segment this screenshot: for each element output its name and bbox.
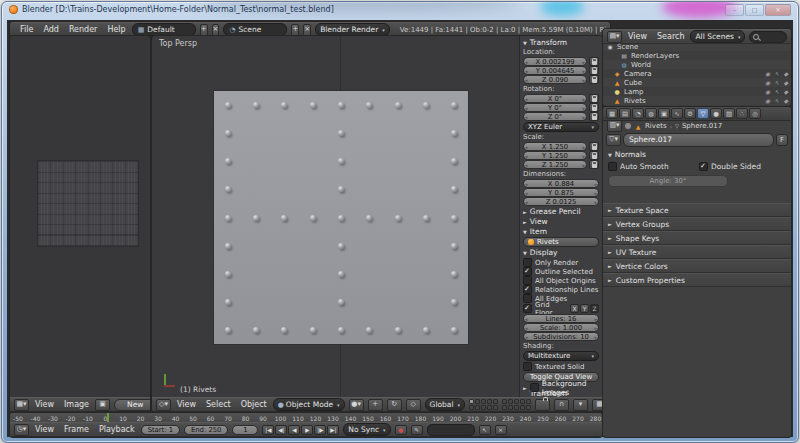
selectable-icon[interactable] [774,70,779,77]
rivet-sphere[interactable] [366,215,372,221]
axis-toggle-button[interactable]: X [570,304,579,313]
menu-item[interactable]: Frame [62,425,91,434]
scene-selector[interactable]: ◔ Scene [223,23,287,36]
normals-panel-header[interactable]: ▼Normals [608,150,786,159]
rivet-sphere[interactable] [451,130,457,136]
editor-type-icon[interactable]: ▤▾ [607,31,622,43]
outliner-row[interactable]: Camera [603,69,791,78]
playback-button[interactable]: ▶| [327,425,339,435]
screen-layout-selector[interactable]: ▦ Default [132,23,196,36]
rotation-mode-dropdown[interactable]: XYZ Euler▾ [523,122,599,132]
properties-tab[interactable]: ▣ [658,108,670,119]
layer-toggle[interactable] [520,405,525,410]
lock-button[interactable] [589,151,599,160]
search-input[interactable] [749,31,787,43]
transform-panel-header[interactable]: ▼Transform [523,38,599,47]
snap-magnet-icon[interactable]: ∩ [554,399,569,411]
playback-button[interactable]: ▶ [301,425,313,435]
maximize-button[interactable]: □ [745,4,764,16]
image-editor[interactable]: ▦▾ ViewImage ▣ New ✎ [10,36,150,412]
playback-button[interactable]: |◀ [262,425,274,435]
outliner-row[interactable]: World [603,60,791,69]
breadcrumb-object[interactable]: Rivets [645,122,667,130]
editor-type-icon[interactable]: ◇▾ [156,399,171,411]
rotate-manipulator-icon[interactable]: ↻ [387,399,402,411]
axis-toggle-button[interactable]: Z [590,304,599,313]
lock-to-scene-icon[interactable] [535,399,550,411]
outliner-row[interactable]: Rivets [603,96,791,105]
rivet-sphere[interactable] [451,271,457,277]
lock-button[interactable] [589,142,599,151]
menu-item[interactable]: Help [105,25,127,34]
render-restrict-icon[interactable] [783,70,788,77]
item-panel-header[interactable]: ▼Item [523,227,599,236]
scale-field[interactable]: Z 1.250 [523,160,587,169]
outliner-row[interactable]: RenderLayers [603,51,791,60]
shading-mode-dropdown[interactable]: Multitexture▾ [523,351,599,361]
rivet-sphere[interactable] [253,215,259,221]
record-button[interactable]: ● [395,425,407,435]
playback-button[interactable]: |▶ [314,425,326,435]
properties-tab[interactable]: ⚙ [684,108,696,119]
rivet-sphere[interactable] [451,158,457,164]
layer-toggle[interactable] [502,405,507,410]
selectable-icon[interactable] [774,97,779,104]
layer-toggle[interactable] [469,405,474,410]
restriction-toggles[interactable] [765,88,788,95]
location-field[interactable]: X 0.002199 [523,57,587,66]
visibility-icon[interactable] [765,97,770,104]
properties-tab[interactable]: ∴ [736,108,748,119]
menu-item[interactable]: Add [41,25,61,34]
viewport-3d[interactable]: Top Persp (1) Rivets ▼Transform Location… [152,36,602,412]
restriction-toggles[interactable] [765,79,788,86]
rivet-sphere[interactable] [338,158,344,164]
display-panel-header[interactable]: ▼Display [523,248,599,257]
editor-type-icon[interactable]: ▦▾ [14,399,29,411]
rotation-field[interactable]: Z 0° [523,112,587,121]
current-frame-field[interactable]: 1 [232,425,258,435]
rivet-sphere[interactable] [338,186,344,192]
rivet-sphere[interactable] [338,102,344,108]
properties-tab[interactable]: ● [710,108,722,119]
lock-button[interactable] [589,94,599,103]
delete-scene-button[interactable]: × [303,24,311,36]
lock-button[interactable] [589,66,599,75]
rivet-sphere[interactable] [395,215,401,221]
location-field[interactable]: Y 0.004645 [523,66,587,75]
restriction-toggles[interactable] [765,70,788,77]
delete-keyframe-button[interactable]: × [495,425,507,435]
axis-toggle-button[interactable]: Y [580,304,589,313]
rivet-sphere[interactable] [281,327,287,333]
grid-setting-field[interactable]: Subdivisions: 10 [523,332,599,341]
rivet-sphere[interactable] [225,271,231,277]
layer-toggle[interactable] [487,405,492,410]
dimension-field[interactable]: Z 0.0125 [523,197,599,206]
keying-set-field[interactable] [427,424,475,436]
rivet-sphere[interactable] [281,102,287,108]
checkbox[interactable] [523,294,532,303]
layer-toggle[interactable] [481,405,486,410]
rivet-sphere[interactable] [338,243,344,249]
snap-element-dropdown[interactable]: ▾ [573,399,588,411]
outliner-row[interactable]: Cube [603,78,791,87]
lock-button[interactable] [589,57,599,66]
close-button[interactable]: ✕ [765,4,791,16]
menu-item[interactable]: View [175,400,198,409]
rivet-sphere[interactable] [225,327,231,333]
titlebar[interactable]: Blender [D:\Trains-Development\Home-Fold… [2,2,798,20]
rivet-sphere[interactable] [253,327,259,333]
browse-mesh-icon[interactable]: ▽▾ [606,134,621,146]
playback-button[interactable]: ◀| [275,425,287,435]
fake-user-button[interactable]: F [776,134,788,146]
breadcrumb-data[interactable]: Sphere.017 [682,122,722,130]
layer-toggle[interactable] [520,399,525,404]
collapsed-panel[interactable]: ► Vertex Groups [603,217,791,231]
rotation-field[interactable]: X 0° [523,94,587,103]
rivet-sphere[interactable] [338,299,344,305]
menu-item[interactable]: Image [62,400,91,409]
delete-layout-button[interactable]: × [212,24,220,36]
menu-item[interactable]: Search [655,32,686,41]
grid-setting-field[interactable]: Lines: 16 [523,314,599,323]
rivet-sphere[interactable] [338,327,344,333]
rivet-sphere[interactable] [451,327,457,333]
